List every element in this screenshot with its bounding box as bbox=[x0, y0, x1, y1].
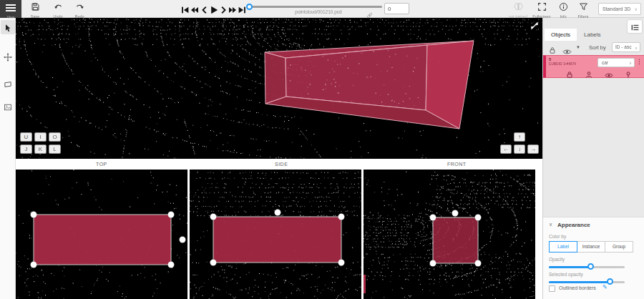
fullscreen-button[interactable]: Fullscreen bbox=[532, 1, 551, 19]
not-trained-label: not trained bbox=[507, 14, 530, 19]
cuboid-side-face[interactable] bbox=[213, 217, 341, 263]
tab-objects[interactable]: Objects bbox=[545, 29, 577, 41]
rotate-handle[interactable] bbox=[275, 210, 281, 216]
frame-slider-handle[interactable] bbox=[246, 4, 253, 10]
filters-button[interactable]: Filters bbox=[574, 1, 592, 19]
color-by-group-option[interactable]: Group bbox=[605, 241, 633, 253]
expand-all-icon[interactable]: ▼ bbox=[576, 45, 580, 49]
selected-opacity-slider[interactable] bbox=[549, 279, 625, 285]
object-lock-icon[interactable] bbox=[566, 69, 573, 82]
cursor-icon bbox=[4, 24, 12, 33]
info-label: Info bbox=[554, 14, 572, 19]
resize-handle[interactable] bbox=[338, 260, 345, 266]
save-button[interactable]: Save bbox=[26, 1, 44, 19]
hotkey-l[interactable]: L bbox=[49, 144, 61, 154]
fast-forward-button[interactable] bbox=[228, 4, 238, 14]
object-menu-icon[interactable]: ⋮ bbox=[636, 58, 643, 65]
resize-handle[interactable] bbox=[338, 214, 345, 220]
select-tool-button[interactable] bbox=[1, 20, 15, 34]
arrow-up-key[interactable]: ↑ bbox=[514, 132, 525, 142]
resize-handle[interactable] bbox=[31, 212, 37, 218]
hotkey-k[interactable]: K bbox=[34, 144, 47, 154]
cuboid-tool-button[interactable] bbox=[1, 76, 15, 90]
cuboid-3d[interactable] bbox=[16, 18, 542, 159]
pan-tool-button[interactable] bbox=[1, 49, 15, 63]
play-button[interactable] bbox=[210, 4, 219, 14]
color-by-instance-option[interactable]: Instance bbox=[577, 241, 605, 253]
resize-handle[interactable] bbox=[475, 260, 482, 267]
opacity-label: Opacity bbox=[549, 257, 565, 262]
previous-frame-button[interactable] bbox=[200, 4, 210, 14]
main-menu-button[interactable]: View bbox=[0, 0, 21, 18]
cuboid-front-face[interactable] bbox=[433, 217, 478, 263]
object-pin-icon[interactable] bbox=[625, 69, 632, 82]
frame-number-input[interactable] bbox=[384, 3, 409, 14]
arrow-right-key[interactable]: → bbox=[527, 144, 539, 154]
frame-slider[interactable] bbox=[249, 6, 382, 8]
fullscreen-icon bbox=[537, 2, 547, 11]
resize-handle[interactable] bbox=[210, 214, 217, 220]
info-button[interactable]: Info bbox=[554, 1, 572, 19]
side-view-label: SIDE bbox=[275, 162, 288, 167]
tab-labels[interactable]: Labels bbox=[577, 29, 608, 41]
resize-handle[interactable] bbox=[430, 215, 436, 221]
object-visibility-icon[interactable] bbox=[605, 69, 613, 82]
hotkey-u[interactable]: U bbox=[20, 132, 32, 142]
panel-settings-button[interactable] bbox=[628, 20, 642, 33]
objects-toolbar: ▼ Sort by ID - asc ∨ bbox=[543, 41, 644, 55]
undo-button[interactable]: Undo bbox=[49, 1, 67, 19]
resize-handle[interactable] bbox=[210, 260, 217, 266]
object-list-item-selected[interactable]: 5 CUBOID 3-#4874 car ∨ ⋮ bbox=[543, 55, 644, 78]
nn-model-button[interactable]: not trained bbox=[507, 1, 530, 19]
main-3d-viewport[interactable]: U I O J K L ↑ ← ↓ → bbox=[16, 18, 542, 159]
hotkey-o[interactable]: O bbox=[49, 132, 61, 142]
hotkey-i[interactable]: I bbox=[34, 132, 47, 142]
info-icon bbox=[559, 2, 568, 11]
resize-handle[interactable] bbox=[475, 215, 482, 221]
link-icon[interactable] bbox=[366, 9, 373, 21]
side-view-annotation bbox=[190, 170, 361, 299]
skip-first-icon bbox=[181, 6, 190, 14]
front-viewport[interactable] bbox=[364, 170, 535, 299]
resize-handle[interactable] bbox=[430, 260, 436, 267]
sort-select[interactable]: ID - asc ∨ bbox=[612, 42, 640, 52]
arrow-left-key[interactable]: ← bbox=[500, 144, 512, 154]
sort-by-label: Sort by bbox=[589, 44, 606, 51]
object-figure-id: CUBOID 3-#4874 bbox=[549, 62, 576, 66]
resize-handle[interactable] bbox=[31, 262, 37, 268]
fast-forward-icon bbox=[228, 6, 237, 14]
menu-label: View bbox=[0, 16, 21, 19]
top-view-label: TOP bbox=[96, 162, 107, 167]
front-view-label: FRONT bbox=[447, 162, 467, 167]
edit-pencil-icon[interactable]: ✎ bbox=[602, 284, 608, 290]
rotate-handle[interactable] bbox=[180, 237, 186, 243]
next-icon bbox=[219, 6, 228, 14]
next-frame-button[interactable] bbox=[219, 4, 228, 14]
objects-panel: Objects Labels ▼ Sort by ID - asc ∨ 5 CU… bbox=[542, 18, 644, 299]
object-class-select[interactable]: car ∨ bbox=[597, 58, 635, 67]
view-mode-select[interactable]: Standard 3D ∨ bbox=[598, 3, 641, 15]
rotate-handle[interactable] bbox=[452, 210, 459, 217]
redo-button[interactable]: Redo bbox=[70, 1, 89, 19]
fast-backward-button[interactable] bbox=[190, 4, 200, 14]
resize-handle[interactable] bbox=[168, 262, 175, 268]
arrow-down-key[interactable]: ↓ bbox=[514, 144, 525, 154]
skip-to-first-button[interactable] bbox=[181, 4, 190, 14]
collapse-icon[interactable]: ∨ bbox=[549, 222, 552, 227]
outlined-borders-checkbox[interactable] bbox=[549, 285, 555, 292]
hotkey-j[interactable]: J bbox=[20, 144, 32, 154]
image-context-tool-button[interactable] bbox=[1, 99, 15, 113]
opacity-slider[interactable] bbox=[549, 264, 625, 270]
side-viewport[interactable] bbox=[190, 170, 361, 299]
color-by-label-option[interactable]: Label bbox=[549, 241, 577, 253]
resize-handle[interactable] bbox=[168, 212, 175, 218]
opacity-slider-handle[interactable] bbox=[587, 263, 594, 270]
expand-view-icon[interactable] bbox=[530, 21, 540, 31]
prev-icon bbox=[200, 6, 209, 14]
color-by-label: Color by bbox=[549, 234, 566, 239]
object-author-icon[interactable] bbox=[585, 69, 592, 82]
top-viewport[interactable] bbox=[16, 170, 187, 299]
selected-opacity-slider-handle[interactable] bbox=[607, 278, 613, 285]
appearance-title[interactable]: Appearance bbox=[557, 222, 590, 228]
cuboid-top-face[interactable] bbox=[34, 215, 171, 265]
